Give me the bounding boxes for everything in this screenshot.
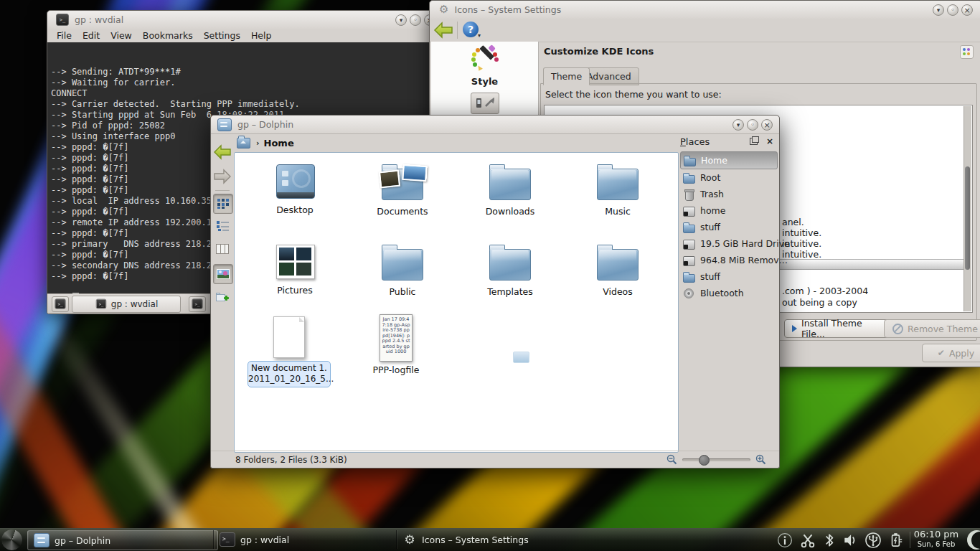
places-item[interactable]: Bluetooth	[680, 285, 778, 301]
scrollbar[interactable]	[963, 106, 971, 311]
folder-item[interactable]: Downloads	[456, 163, 564, 243]
tab-theme[interactable]: Theme	[543, 67, 590, 85]
folder-item[interactable]: Documents	[349, 163, 456, 243]
places-item[interactable]: Home	[680, 151, 778, 169]
place-icon	[683, 271, 695, 283]
zoom-slider[interactable]	[682, 458, 750, 461]
new-tab-button[interactable]	[52, 296, 69, 312]
folder-label: Videos	[603, 286, 633, 297]
install-theme-button[interactable]: Install Theme File...	[784, 319, 894, 338]
info-icon[interactable]	[777, 532, 793, 548]
back-button[interactable]	[433, 22, 453, 39]
maximize-button[interactable]	[747, 119, 758, 131]
places-item[interactable]: stuff	[680, 268, 778, 285]
minimize-button[interactable]	[395, 14, 407, 26]
logfile-preview-icon[interactable]: Jan 17 09:47:18 gp-Aspire-5738 pppd[1946…	[380, 314, 413, 362]
places-item[interactable]: home	[680, 202, 778, 219]
places-item[interactable]: stuff	[680, 219, 778, 235]
folder-item[interactable]: Public	[349, 243, 456, 324]
dolphin-side-toolbar	[211, 135, 234, 451]
panel-toolbox-icon[interactable]	[967, 530, 980, 550]
terminal-titlebar[interactable]: gp : wvdial	[47, 11, 435, 29]
columns-view-button[interactable]	[213, 240, 232, 258]
theme-list-row[interactable]: anel.	[782, 217, 821, 227]
bluetooth-icon[interactable]	[823, 532, 836, 548]
task-label: Icons – System Settings	[422, 534, 529, 545]
klipper-scissors-icon[interactable]	[799, 532, 816, 548]
folder-item[interactable]: Desktop	[241, 163, 349, 243]
kde-launcher-icon[interactable]	[1, 529, 22, 550]
zoom-slider-knob[interactable]	[699, 455, 710, 466]
minimize-button[interactable]	[933, 4, 944, 16]
digital-clock[interactable]: 06:10 pm Sun, 6 Feb	[913, 529, 960, 548]
minimize-button[interactable]	[732, 119, 744, 131]
menu-item[interactable]: View	[110, 30, 132, 41]
breadcrumb-home[interactable]: Home	[264, 138, 294, 149]
taskbar-task[interactable]: Icons – System Settings	[396, 530, 606, 549]
taskbar-task[interactable]: gp – Dolphin	[27, 530, 218, 550]
folder-item[interactable]: Videos	[564, 243, 672, 324]
folder-icon	[382, 169, 423, 200]
dolphin-titlebar[interactable]: gp – Dolphin	[211, 116, 779, 134]
places-item[interactable]: 19.5 GiB Hard Drive	[680, 235, 778, 252]
icons-module-icon	[960, 45, 974, 59]
folder-label: Desktop	[276, 204, 314, 215]
menu-item[interactable]: File	[57, 30, 72, 41]
theme-list-row[interactable]: intuitive.	[782, 249, 821, 260]
theme-prompt-label: Select the icon theme you want to use:	[545, 89, 722, 100]
terminal-tab[interactable]: gp : wvdial	[72, 296, 181, 313]
home-icon[interactable]	[237, 138, 250, 149]
menu-item[interactable]: Edit	[83, 30, 100, 41]
volume-icon[interactable]	[842, 532, 858, 548]
close-panel-icon[interactable]	[766, 136, 773, 146]
theme-list-row[interactable]: intuitive.	[782, 227, 821, 238]
details-view-button[interactable]	[213, 217, 232, 235]
logfile-label[interactable]: PPP-logfile	[342, 364, 450, 375]
zoom-out-icon[interactable]	[666, 454, 677, 465]
places-item[interactable]: 964.8 MiB Remov…	[680, 252, 778, 268]
maximize-button[interactable]	[947, 4, 958, 16]
import-icon	[792, 325, 797, 332]
close-button[interactable]	[761, 119, 773, 131]
folder-icon	[597, 169, 639, 200]
remove-theme-button[interactable]: Remove Theme	[884, 319, 980, 338]
folder-item[interactable]: Music	[564, 163, 672, 243]
place-icon	[683, 238, 695, 250]
split-view-button[interactable]	[213, 288, 232, 307]
terminal-menubar: FileEditViewBookmarksSettingsHelp	[47, 29, 435, 42]
icons-view-button[interactable]	[213, 194, 233, 214]
places-list: Home Root Trash home stuff 19.5 GiB Hard…	[680, 151, 778, 301]
close-button[interactable]	[961, 4, 973, 16]
folder-item[interactable]: Templates	[456, 243, 564, 324]
preview-toggle-button[interactable]	[213, 264, 233, 284]
new-document-icon[interactable]	[273, 316, 305, 358]
zoom-in-icon[interactable]	[755, 454, 766, 465]
float-panel-icon[interactable]	[750, 138, 758, 145]
settings-titlebar[interactable]: ⚙ Icons – System Settings	[430, 1, 980, 19]
sidebar-item-fine-tuning[interactable]	[471, 93, 499, 114]
folder-icon	[489, 169, 531, 200]
forward-button[interactable]	[213, 167, 232, 186]
device-notifier-icon[interactable]	[864, 532, 882, 549]
battery-icon[interactable]	[888, 532, 904, 549]
chevron-down-icon[interactable]: ▾	[478, 32, 481, 39]
folder-view[interactable]: Desktop Documents Downloads Music Pictur…	[234, 152, 679, 453]
sidebar-item-style[interactable]: Style	[434, 44, 535, 89]
taskbar-task[interactable]: gp : wvdial	[213, 530, 400, 549]
selected-file-label[interactable]: New document 1. 2011_01_20_16_5...	[248, 361, 331, 387]
maximize-button[interactable]	[410, 14, 421, 26]
menu-item[interactable]: Help	[251, 30, 272, 41]
settings-window-title: Icons – System Settings	[454, 4, 561, 15]
scrollbar-thumb[interactable]	[965, 166, 970, 270]
back-button[interactable]	[213, 143, 232, 161]
theme-description-fragments: .com ) - 2003-2004out being a copy	[782, 286, 868, 309]
places-item[interactable]: Trash	[680, 186, 778, 202]
folder-item[interactable]: Pictures	[241, 243, 349, 324]
menu-item[interactable]: Bookmarks	[143, 30, 193, 41]
help-icon[interactable]	[463, 22, 479, 37]
tab-list-button[interactable]	[189, 296, 206, 312]
menu-item[interactable]: Settings	[204, 30, 240, 41]
folder-icon	[382, 249, 423, 281]
places-item[interactable]: Root	[680, 169, 778, 186]
apply-button[interactable]: ✔ Apply	[922, 344, 980, 362]
